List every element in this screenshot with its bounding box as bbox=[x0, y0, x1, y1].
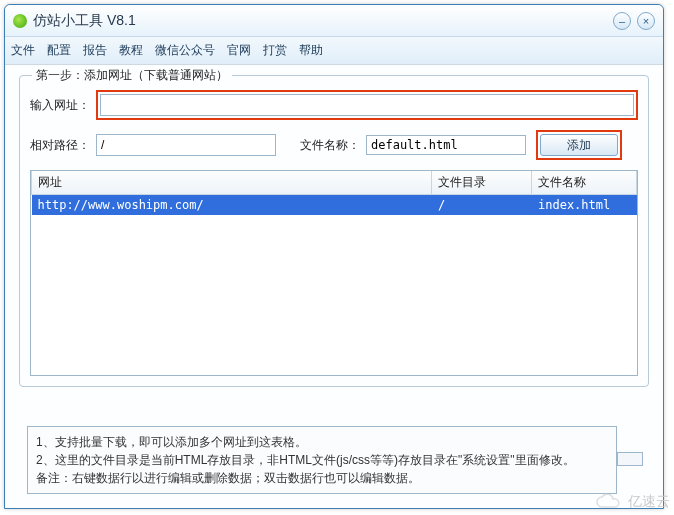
url-table[interactable]: 网址 文件目录 文件名称 http://www.woshipm.com/ / i… bbox=[30, 170, 638, 376]
table-header-name[interactable]: 文件名称 bbox=[532, 171, 637, 195]
table-cell-name: index.html bbox=[532, 195, 637, 216]
menu-bar: 文件 配置 报告 教程 微信公众号 官网 打赏 帮助 bbox=[5, 37, 663, 65]
watermark: 亿速云 bbox=[594, 493, 670, 511]
table-cell-dir: / bbox=[432, 195, 532, 216]
hint-line-1: 1、支持批量下载，即可以添加多个网址到这表格。 bbox=[36, 433, 608, 451]
url-row: 输入网址： bbox=[30, 90, 638, 120]
app-window: 仿站小工具 V8.1 – × 文件 配置 报告 教程 微信公众号 官网 打赏 帮… bbox=[4, 4, 664, 509]
window-controls: – × bbox=[613, 12, 655, 30]
close-button[interactable]: × bbox=[637, 12, 655, 30]
app-title: 仿站小工具 V8.1 bbox=[33, 12, 613, 30]
file-name-label: 文件名称： bbox=[300, 137, 360, 154]
url-input-highlight bbox=[96, 90, 638, 120]
url-label: 输入网址： bbox=[30, 97, 90, 114]
relative-path-label: 相对路径： bbox=[30, 137, 90, 154]
title-bar: 仿站小工具 V8.1 – × bbox=[5, 5, 663, 37]
menu-report[interactable]: 报告 bbox=[83, 42, 107, 59]
client-area: 第一步：添加网址（下载普通网站） 输入网址： 相对路径： 文件名称： 添加 bbox=[5, 65, 663, 508]
table-cell-url: http://www.woshipm.com/ bbox=[32, 195, 432, 216]
menu-help[interactable]: 帮助 bbox=[299, 42, 323, 59]
app-icon bbox=[13, 14, 27, 28]
menu-wechat[interactable]: 微信公众号 bbox=[155, 42, 215, 59]
path-row: 相对路径： 文件名称： 添加 bbox=[30, 130, 638, 160]
menu-config[interactable]: 配置 bbox=[47, 42, 71, 59]
cloud-icon bbox=[594, 493, 624, 511]
step1-group: 第一步：添加网址（下载普通网站） 输入网址： 相对路径： 文件名称： 添加 bbox=[19, 75, 649, 387]
hints-box: 1、支持批量下载，即可以添加多个网址到这表格。 2、这里的文件目录是当前HTML… bbox=[27, 426, 617, 494]
hint-line-3: 备注：右键数据行以进行编辑或删除数据；双击数据行也可以编辑数据。 bbox=[36, 469, 608, 487]
add-button[interactable]: 添加 bbox=[540, 134, 618, 156]
url-input[interactable] bbox=[100, 94, 634, 116]
minimize-button[interactable]: – bbox=[613, 12, 631, 30]
table-header-url[interactable]: 网址 bbox=[32, 171, 432, 195]
menu-file[interactable]: 文件 bbox=[11, 42, 35, 59]
step1-group-title: 第一步：添加网址（下载普通网站） bbox=[32, 67, 232, 84]
menu-reward[interactable]: 打赏 bbox=[263, 42, 287, 59]
relative-path-input[interactable] bbox=[96, 134, 276, 156]
watermark-text: 亿速云 bbox=[628, 493, 670, 511]
aux-button[interactable] bbox=[617, 452, 643, 466]
menu-official[interactable]: 官网 bbox=[227, 42, 251, 59]
file-name-input[interactable] bbox=[366, 135, 526, 155]
add-button-highlight: 添加 bbox=[536, 130, 622, 160]
table-header-row: 网址 文件目录 文件名称 bbox=[32, 171, 637, 195]
table-row[interactable]: http://www.woshipm.com/ / index.html bbox=[32, 195, 637, 216]
hint-line-2: 2、这里的文件目录是当前HTML存放目录，非HTML文件(js/css等等)存放… bbox=[36, 451, 608, 469]
table-header-dir[interactable]: 文件目录 bbox=[432, 171, 532, 195]
menu-tutorial[interactable]: 教程 bbox=[119, 42, 143, 59]
